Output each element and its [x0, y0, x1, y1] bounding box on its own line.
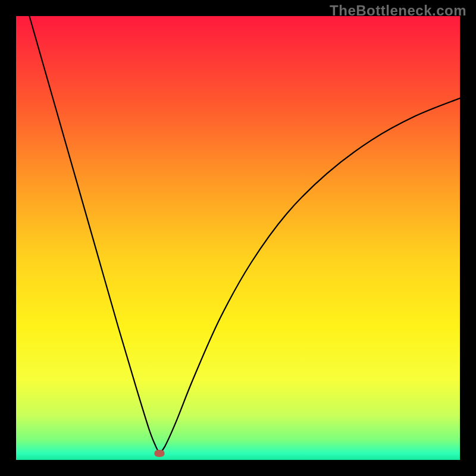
- plot-area: [16, 16, 460, 460]
- watermark-text: TheBottleneck.com: [330, 2, 466, 19]
- minimum-marker: [154, 450, 164, 457]
- chart-frame: TheBottleneck.com: [0, 0, 476, 476]
- gradient-background: [16, 16, 460, 460]
- plot-svg: [16, 16, 460, 460]
